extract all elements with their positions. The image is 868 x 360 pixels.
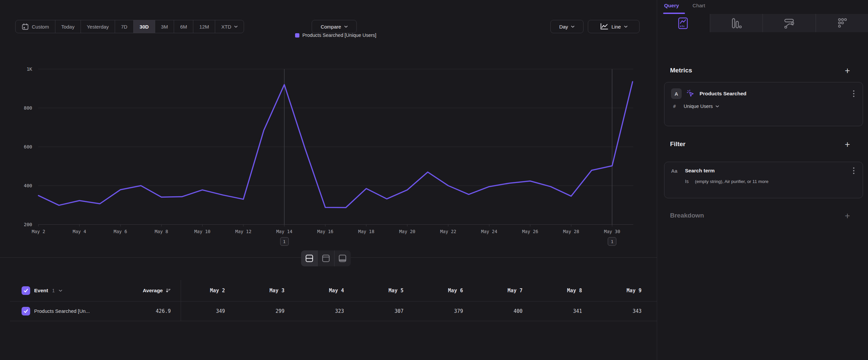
- split-view-button[interactable]: [301, 250, 318, 266]
- insights-chart-tab[interactable]: [657, 14, 710, 32]
- range-label: XTD: [221, 24, 231, 30]
- tab-query[interactable]: Query: [664, 3, 679, 9]
- bar-chart-icon: [730, 17, 743, 30]
- main-area: CustomTodayYesterday7D30D3M6M12MXTD Comp…: [0, 0, 657, 360]
- svg-text:May 14: May 14: [276, 229, 292, 234]
- date-column-header[interactable]: May 6: [419, 280, 478, 301]
- value-cell: 349: [181, 301, 240, 321]
- filter-card[interactable]: Aa Search term Is (empty string), Air pu…: [664, 162, 863, 198]
- add-metric-button[interactable]: +: [845, 66, 850, 75]
- date-column-header[interactable]: May 8: [538, 280, 597, 301]
- svg-text:May 6: May 6: [114, 229, 127, 234]
- split-view-icon: [305, 254, 313, 262]
- range-button-yesterday[interactable]: Yesterday: [81, 20, 115, 33]
- table-only-view-icon: [339, 254, 346, 262]
- chevron-down-icon: [571, 26, 575, 28]
- aggregation-dropdown[interactable]: Unique Users: [684, 104, 719, 109]
- range-button-3m[interactable]: 3M: [155, 20, 175, 33]
- svg-text:600: 600: [24, 144, 32, 149]
- compare-label: Compare: [320, 24, 341, 30]
- bar-chart-tab[interactable]: [710, 14, 763, 32]
- date-column-header[interactable]: May 4: [300, 280, 360, 301]
- chart-type-tab-strip: [657, 14, 868, 32]
- filter-operator[interactable]: Is: [685, 179, 692, 184]
- date-column-header[interactable]: May 7: [478, 280, 538, 301]
- property-type-badge: Aa: [671, 168, 680, 174]
- svg-text:May 10: May 10: [194, 229, 211, 234]
- chevron-down-icon[interactable]: [59, 289, 62, 292]
- range-button-12m[interactable]: 12M: [193, 20, 215, 33]
- table-row-values: 349299323307379400341343: [181, 301, 657, 321]
- svg-text:May 22: May 22: [440, 229, 456, 234]
- svg-text:May 8: May 8: [155, 229, 168, 234]
- filter-value[interactable]: (empty string), Air purifier, or 11 more: [695, 179, 769, 184]
- chevron-down-icon: [715, 105, 719, 108]
- range-button-xtd[interactable]: XTD: [215, 20, 244, 33]
- filter-property-name: Search term: [685, 168, 846, 174]
- add-breakdown-button[interactable]: +: [845, 212, 850, 221]
- chart-legend: Products Searched [Unique Users]: [38, 32, 633, 38]
- chart-type-label: Line: [611, 24, 621, 30]
- range-label: Custom: [32, 24, 49, 30]
- event-column-label[interactable]: Event: [34, 287, 48, 294]
- date-column-header[interactable]: May 9: [597, 280, 657, 301]
- table-only-view-button[interactable]: [335, 250, 351, 266]
- aggregation-prefix: #: [673, 104, 679, 109]
- breakdown-heading: Breakdown: [670, 212, 704, 219]
- range-button-today[interactable]: Today: [55, 20, 81, 33]
- legend-label: Products Searched [Unique Users]: [302, 32, 376, 38]
- chart-only-view-button[interactable]: [318, 250, 334, 266]
- date-range-group: CustomTodayYesterday7D30D3M6M12MXTD: [15, 20, 244, 33]
- query-sidebar: Query Chart Metrics + A Products Searche: [657, 0, 868, 360]
- analytics-app: CustomTodayYesterday7D30D3M6M12MXTD Comp…: [0, 0, 868, 360]
- line-chart[interactable]: 1K800600400200May 2May 4May 6May 8May 10…: [0, 63, 657, 249]
- value-cell: 400: [478, 301, 538, 321]
- metric-event-name: Products Searched: [700, 91, 846, 96]
- flow-chart-icon: [783, 17, 796, 30]
- average-column-label[interactable]: Average: [143, 287, 181, 294]
- chart-type-dropdown[interactable]: Line: [588, 20, 640, 33]
- metric-card[interactable]: A Products Searched # Unique Users: [664, 82, 863, 126]
- date-column-header[interactable]: May 3: [240, 280, 300, 301]
- svg-text:May 18: May 18: [358, 229, 374, 234]
- value-cell: 299: [240, 301, 300, 321]
- metric-kebab-menu[interactable]: [851, 90, 857, 97]
- value-cell: 379: [419, 301, 478, 321]
- svg-text:May 16: May 16: [317, 229, 334, 234]
- svg-text:400: 400: [24, 183, 32, 188]
- range-button-custom[interactable]: Custom: [16, 20, 55, 33]
- date-column-header[interactable]: May 5: [360, 280, 419, 301]
- filter-kebab-menu[interactable]: [851, 167, 857, 174]
- check-icon: [24, 288, 28, 293]
- annotation-badge[interactable]: 1: [280, 237, 289, 246]
- sidebar-tabs: Query Chart: [664, 3, 705, 9]
- annotation-badge[interactable]: 1: [608, 237, 616, 246]
- legend-swatch: [295, 33, 300, 37]
- row-series-name: Products Searched [Un...: [34, 308, 90, 314]
- granularity-label: Day: [559, 24, 568, 30]
- range-button-6m[interactable]: 6M: [174, 20, 193, 33]
- chevron-down-icon: [624, 26, 628, 28]
- select-all-checkbox[interactable]: [22, 286, 30, 295]
- date-column-header[interactable]: May 2: [181, 280, 240, 301]
- metrics-dots-tab[interactable]: [816, 14, 868, 32]
- range-label: 30D: [140, 24, 149, 30]
- svg-text:May 4: May 4: [72, 229, 86, 234]
- range-button-30d[interactable]: 30D: [134, 20, 155, 33]
- chart-only-view-icon: [322, 254, 330, 262]
- svg-text:May 20: May 20: [399, 229, 415, 234]
- value-cell: 323: [300, 301, 360, 321]
- row-checkbox[interactable]: [22, 307, 30, 315]
- compare-button[interactable]: Compare: [312, 20, 357, 33]
- add-filter-button[interactable]: +: [845, 140, 850, 149]
- svg-text:May 2: May 2: [32, 229, 45, 234]
- check-icon: [24, 309, 28, 313]
- tab-chart[interactable]: Chart: [692, 3, 705, 9]
- granularity-dropdown[interactable]: Day: [550, 20, 584, 33]
- range-label: Today: [61, 24, 74, 30]
- flow-chart-tab[interactable]: [763, 14, 816, 32]
- range-label: 12M: [199, 24, 209, 30]
- range-button-7d[interactable]: 7D: [115, 20, 134, 33]
- event-count: 1: [52, 288, 55, 293]
- table-date-headers: May 2May 3May 4May 5May 6May 7May 8May 9: [181, 280, 657, 301]
